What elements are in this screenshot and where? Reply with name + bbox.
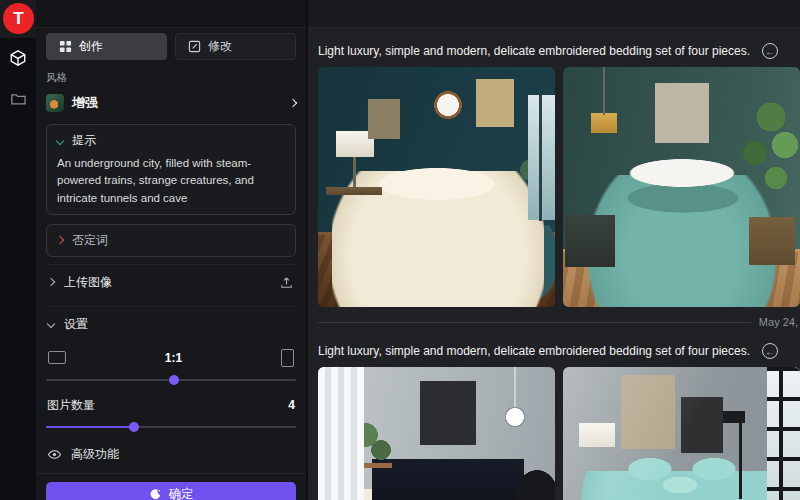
upload-image-label: 上传图像 bbox=[64, 274, 112, 291]
generated-image-card[interactable] bbox=[318, 67, 555, 307]
confirm-button[interactable]: 确定 bbox=[46, 482, 296, 500]
upload-icon[interactable] bbox=[279, 275, 294, 290]
control-panel: 创作 修改 风格 增强 提示 An underground city, bbox=[36, 0, 308, 500]
chevron-right-icon bbox=[47, 278, 55, 286]
negative-prompt-header[interactable]: 否定词 bbox=[57, 232, 285, 249]
panel-top-strip bbox=[36, 0, 306, 28]
reuse-prompt-icon[interactable]: ← bbox=[762, 43, 778, 59]
landscape-ratio-icon[interactable] bbox=[48, 351, 66, 364]
settings-section[interactable]: 设置 bbox=[46, 306, 296, 341]
folder-icon bbox=[10, 90, 27, 107]
slider-thumb[interactable] bbox=[169, 375, 179, 385]
main-top-strip bbox=[308, 0, 800, 28]
generation-prompt-row: Light luxury, simple and modern, delicat… bbox=[318, 41, 800, 61]
aspect-ratio-value: 1:1 bbox=[165, 351, 182, 365]
tab-create[interactable]: 创作 bbox=[46, 33, 167, 60]
aspect-ratio-slider[interactable] bbox=[46, 373, 296, 387]
date-divider: May 24, bbox=[318, 313, 800, 331]
generated-image-card[interactable] bbox=[563, 67, 800, 307]
negative-prompt-label: 否定词 bbox=[72, 232, 108, 249]
upload-image-section[interactable]: 上传图像 bbox=[46, 264, 296, 299]
grid-icon bbox=[59, 40, 72, 53]
avatar[interactable]: T bbox=[3, 3, 34, 34]
prompt-section-header[interactable]: 提示 bbox=[57, 132, 285, 149]
image-count-slider[interactable] bbox=[46, 420, 296, 434]
crescent-moon-icon bbox=[149, 488, 162, 500]
image-grid bbox=[318, 67, 800, 307]
generated-image-card[interactable] bbox=[318, 367, 555, 500]
style-selector[interactable]: 增强 bbox=[46, 91, 296, 115]
divider-line bbox=[318, 322, 751, 323]
edit-icon bbox=[188, 40, 201, 53]
eye-icon bbox=[47, 447, 62, 462]
divider bbox=[36, 473, 306, 474]
prompt-section[interactable]: 提示 An underground city, filled with stea… bbox=[46, 124, 296, 215]
chevron-down-icon bbox=[47, 320, 55, 328]
advanced-features-label: 高级功能 bbox=[71, 446, 119, 463]
date-label: May 24, bbox=[751, 316, 800, 328]
confirm-label: 确定 bbox=[169, 486, 194, 500]
image-count-row: 图片数量 4 bbox=[46, 397, 296, 414]
generation-prompt-row: Light luxury, simple and modern, delicat… bbox=[318, 341, 800, 361]
sidebar-item-models[interactable] bbox=[0, 44, 36, 72]
sidebar-item-assets[interactable] bbox=[0, 84, 36, 112]
reuse-prompt-icon[interactable]: ← bbox=[762, 343, 778, 359]
prompt-label: 提示 bbox=[72, 132, 96, 149]
style-value: 增强 bbox=[72, 94, 282, 112]
slider-thumb[interactable] bbox=[129, 422, 139, 432]
chevron-right-icon bbox=[289, 99, 297, 107]
image-count-label: 图片数量 bbox=[47, 397, 95, 414]
results-feed: Light luxury, simple and modern, delicat… bbox=[308, 28, 800, 500]
generation-prompt-text: Light luxury, simple and modern, delicat… bbox=[318, 344, 750, 358]
generation-prompt-text: Light luxury, simple and modern, delicat… bbox=[318, 44, 750, 58]
chevron-down-icon bbox=[56, 136, 64, 144]
app-window: T bbox=[0, 0, 800, 500]
mode-tabs: 创作 修改 bbox=[46, 33, 296, 60]
bedroom-image-teal-bedding bbox=[563, 67, 800, 307]
tab-modify-label: 修改 bbox=[208, 38, 232, 55]
settings-label: 设置 bbox=[64, 316, 88, 333]
icon-rail: T bbox=[0, 0, 36, 500]
style-thumbnail bbox=[46, 94, 64, 112]
results-area: Light luxury, simple and modern, delicat… bbox=[308, 0, 800, 500]
generated-image-card[interactable] bbox=[563, 367, 800, 500]
bedroom-image-white-navy bbox=[318, 367, 555, 500]
slider-fill bbox=[46, 426, 131, 429]
tab-modify[interactable]: 修改 bbox=[175, 33, 296, 60]
bedroom-image-aqua-bedding bbox=[563, 367, 800, 500]
tab-create-label: 创作 bbox=[79, 38, 103, 55]
prompt-input[interactable]: An underground city, filled with steam-p… bbox=[57, 155, 285, 207]
advanced-features-toggle[interactable]: 高级功能 bbox=[46, 446, 296, 463]
image-grid bbox=[318, 367, 800, 500]
bedroom-image-cream-teal-wall bbox=[318, 67, 555, 307]
portrait-ratio-icon[interactable] bbox=[281, 349, 294, 367]
style-section-label: 风格 bbox=[46, 71, 296, 85]
cube-icon bbox=[9, 49, 27, 67]
chevron-right-icon bbox=[56, 236, 64, 244]
negative-prompt-section[interactable]: 否定词 bbox=[46, 224, 296, 257]
image-count-value: 4 bbox=[288, 398, 295, 412]
aspect-ratio-row: 1:1 bbox=[46, 349, 296, 367]
